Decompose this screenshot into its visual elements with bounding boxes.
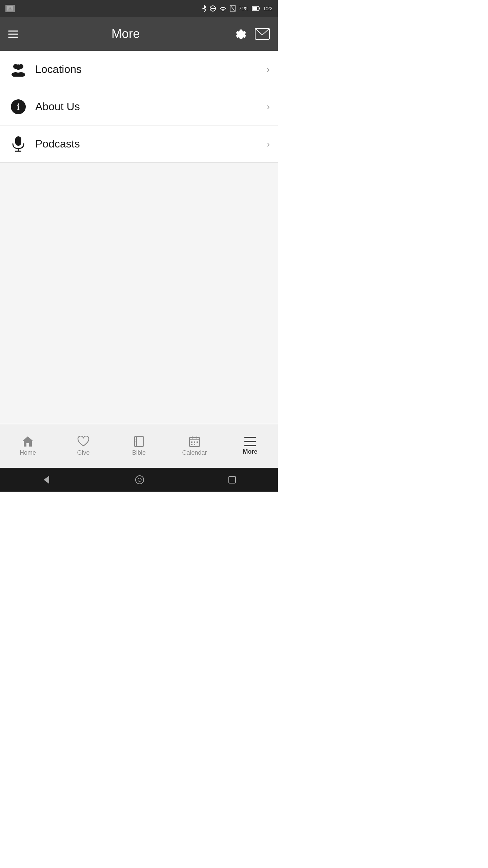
podcasts-chevron: › xyxy=(267,139,270,150)
block-icon xyxy=(210,5,216,12)
about-us-menu-item[interactable]: i About Us › xyxy=(0,88,278,125)
about-us-label: About Us xyxy=(35,100,267,113)
svg-rect-10 xyxy=(252,7,257,10)
calendar-icon xyxy=(189,436,200,447)
mail-icon[interactable] xyxy=(255,28,270,40)
signal-off-icon xyxy=(230,5,236,12)
hamburger-menu-button[interactable] xyxy=(8,31,18,38)
settings-icon[interactable] xyxy=(233,27,247,41)
svg-rect-32 xyxy=(191,441,192,443)
page-title: More xyxy=(111,27,140,41)
svg-rect-34 xyxy=(197,441,198,443)
nav-more-label: More xyxy=(243,448,257,455)
nav-give-label: Give xyxy=(77,449,89,456)
status-left xyxy=(5,5,15,12)
svg-rect-35 xyxy=(191,444,192,445)
locations-icon xyxy=(8,62,28,77)
svg-rect-36 xyxy=(194,444,195,445)
battery-icon xyxy=(252,6,260,11)
nav-item-give[interactable]: Give xyxy=(56,424,111,468)
svg-rect-38 xyxy=(244,441,256,442)
nav-item-home[interactable]: Home xyxy=(0,424,56,468)
svg-rect-33 xyxy=(194,441,195,443)
nav-calendar-label: Calendar xyxy=(182,449,207,456)
photo-icon xyxy=(5,5,15,12)
nav-item-bible[interactable]: Bible xyxy=(111,424,167,468)
time-display: 1:22 xyxy=(263,6,272,11)
phone-nav-bar xyxy=(0,468,278,492)
svg-line-8 xyxy=(231,6,235,11)
svg-rect-21 xyxy=(15,136,21,146)
locations-menu-item[interactable]: Locations › xyxy=(0,51,278,88)
svg-rect-11 xyxy=(259,7,260,9)
main-content: Locations › i About Us › xyxy=(0,51,278,424)
status-bar: 71% 1:22 xyxy=(0,0,278,17)
svg-marker-40 xyxy=(44,476,49,484)
about-us-chevron: › xyxy=(267,101,270,112)
heart-icon xyxy=(77,436,89,447)
svg-text:i: i xyxy=(17,101,20,112)
status-right: 71% 1:22 xyxy=(202,5,272,12)
wifi-icon xyxy=(219,6,227,11)
home-icon xyxy=(22,436,34,447)
svg-point-41 xyxy=(136,476,144,484)
locations-chevron: › xyxy=(267,64,270,75)
svg-point-42 xyxy=(138,478,141,481)
nav-item-calendar[interactable]: Calendar xyxy=(167,424,222,468)
book-icon xyxy=(133,436,145,447)
nav-home-label: Home xyxy=(20,449,36,456)
back-button[interactable] xyxy=(42,475,51,485)
podcasts-label: Podcasts xyxy=(35,138,267,150)
more-nav-icon xyxy=(244,437,256,446)
svg-point-15 xyxy=(16,64,21,70)
svg-point-6 xyxy=(222,10,224,11)
nav-bible-label: Bible xyxy=(132,449,146,456)
svg-rect-37 xyxy=(244,437,256,438)
nav-item-more[interactable]: More xyxy=(222,424,278,468)
svg-rect-24 xyxy=(135,436,143,447)
phone-home-button[interactable] xyxy=(135,475,144,485)
bluetooth-icon xyxy=(202,5,206,12)
svg-rect-43 xyxy=(229,476,236,483)
svg-rect-39 xyxy=(244,445,256,446)
locations-label: Locations xyxy=(35,63,267,76)
menu-list: Locations › i About Us › xyxy=(0,51,278,163)
podcasts-icon xyxy=(8,136,28,152)
toolbar: More xyxy=(0,17,278,51)
recents-button[interactable] xyxy=(228,476,236,484)
battery-percentage: 71% xyxy=(239,6,248,11)
bottom-navigation: Home Give Bible Calendar xyxy=(0,424,278,468)
toolbar-actions xyxy=(233,27,270,41)
about-icon: i xyxy=(8,99,28,115)
podcasts-menu-item[interactable]: Podcasts › xyxy=(0,125,278,163)
